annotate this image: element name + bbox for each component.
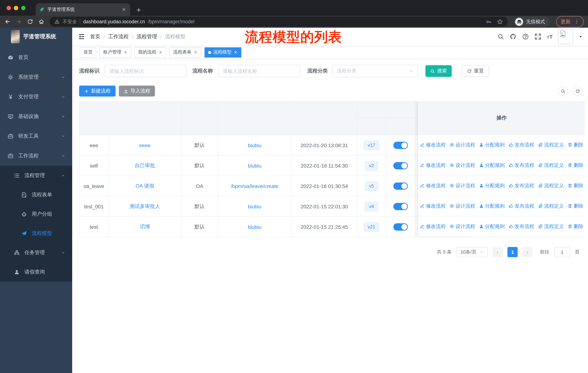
sidebar-item-system[interactable]: 系统管理 xyxy=(0,67,72,87)
minimize-window-button[interactable] xyxy=(14,6,18,10)
forward-icon[interactable] xyxy=(16,19,22,25)
github-icon[interactable] xyxy=(510,33,516,40)
action-link[interactable]: 删除 xyxy=(567,182,583,189)
reload-icon[interactable] xyxy=(27,19,33,25)
next-page-button[interactable]: › xyxy=(522,247,533,257)
security-warning-icon[interactable] xyxy=(54,19,60,24)
password-key-icon[interactable] xyxy=(486,19,492,25)
tab-close-icon[interactable] xyxy=(121,7,126,12)
status-toggle[interactable] xyxy=(393,223,408,230)
process-name-link[interactable]: OA 请假 xyxy=(136,183,154,189)
action-link[interactable]: 修改流程 xyxy=(420,223,446,230)
action-link[interactable]: 分配规则 xyxy=(479,162,505,169)
action-link[interactable]: 删除 xyxy=(567,162,583,169)
action-link[interactable]: 修改流程 xyxy=(420,182,446,189)
close-icon[interactable] xyxy=(158,50,163,54)
browser-update-button[interactable]: 更新 xyxy=(556,16,584,27)
action-link[interactable]: 修改流程 xyxy=(420,162,446,169)
form-info-link[interactable]: biubiu xyxy=(248,142,262,148)
home-icon[interactable] xyxy=(38,19,44,25)
breadcrumb-workflow[interactable]: 工作流程 xyxy=(108,33,129,40)
search-icon[interactable] xyxy=(497,33,504,40)
avatar[interactable] xyxy=(558,29,573,44)
action-link[interactable]: 发布流程 xyxy=(508,141,534,148)
status-toggle[interactable] xyxy=(393,182,408,190)
goto-page-input[interactable] xyxy=(554,247,570,257)
process-name-link[interactable]: 测试多审批人 xyxy=(130,203,160,210)
help-icon[interactable] xyxy=(522,33,529,40)
toggle-search-button[interactable] xyxy=(558,86,568,96)
action-link[interactable]: 设计流程 xyxy=(449,141,475,148)
action-link[interactable]: 删除 xyxy=(567,223,583,230)
search-button[interactable]: 搜索 xyxy=(425,65,452,77)
action-link[interactable]: 修改流程 xyxy=(420,203,446,209)
sidebar-item-process-mgmt[interactable]: 流程管理 xyxy=(0,166,72,185)
sidebar-item-task-mgmt[interactable]: 任务管理 xyxy=(0,243,72,262)
action-link[interactable]: 设计流程 xyxy=(449,203,475,209)
action-link[interactable]: 设计流程 xyxy=(449,223,475,230)
action-link[interactable]: 设计流程 xyxy=(449,162,475,169)
tag-process-model[interactable]: 流程模型 xyxy=(205,47,241,57)
tag-home[interactable]: 首页 xyxy=(80,47,96,57)
status-toggle[interactable] xyxy=(393,162,408,169)
font-size-icon[interactable]: TT xyxy=(547,33,553,40)
browser-menu-icon[interactable] xyxy=(574,19,579,24)
sidebar-item-leave-query[interactable]: 请假查询 xyxy=(0,262,72,282)
close-icon[interactable] xyxy=(124,50,128,54)
action-link[interactable]: 流程定义 xyxy=(538,141,564,148)
process-name-link[interactable]: 自己审批 xyxy=(135,162,155,169)
action-link[interactable]: 流程定义 xyxy=(538,203,564,209)
current-page[interactable]: 1 xyxy=(507,247,518,257)
action-link[interactable]: 流程定义 xyxy=(538,182,564,189)
sidebar-item-payment[interactable]: 支付管理 xyxy=(0,87,72,107)
page-size-select[interactable]: 10条/页 xyxy=(456,247,488,257)
action-link[interactable]: 设计流程 xyxy=(449,182,475,189)
reset-button[interactable]: 重置 xyxy=(462,65,489,77)
process-id-input[interactable] xyxy=(105,65,186,77)
new-tab-button[interactable] xyxy=(136,7,141,13)
sidebar-item-user-group[interactable]: 用户分组 xyxy=(0,204,72,224)
new-process-button[interactable]: 新建流程 xyxy=(79,86,116,97)
action-link[interactable]: 删除 xyxy=(567,203,583,209)
sidebar-item-devtools[interactable]: 研发工具 xyxy=(0,126,72,146)
tag-tenant-mgmt[interactable]: 租户管理 xyxy=(100,47,131,57)
close-window-button[interactable] xyxy=(7,6,11,10)
action-link[interactable]: 发布流程 xyxy=(508,162,534,169)
back-icon[interactable] xyxy=(4,19,10,25)
fullscreen-icon[interactable] xyxy=(535,33,541,40)
process-name-link[interactable]: eeee xyxy=(139,142,151,148)
sidebar-item-workflow[interactable]: 工作流程 xyxy=(0,146,72,166)
breadcrumb-home[interactable]: 首页 xyxy=(90,33,100,40)
refresh-table-button[interactable] xyxy=(573,86,583,96)
process-name-input[interactable] xyxy=(218,65,300,77)
import-process-button[interactable]: 导入流程 xyxy=(119,86,155,97)
action-link[interactable]: 发布流程 xyxy=(508,203,534,209)
tag-process-form[interactable]: 流程表单 xyxy=(169,47,201,57)
process-name-link[interactable]: 滔博 xyxy=(140,223,150,230)
action-link[interactable]: 删除 xyxy=(567,141,583,148)
close-icon[interactable] xyxy=(194,50,198,54)
action-link[interactable]: 分配规则 xyxy=(479,182,505,189)
bookmark-star-icon[interactable] xyxy=(497,19,503,25)
action-link[interactable]: 流程定义 xyxy=(538,223,564,230)
action-link[interactable]: 发布流程 xyxy=(508,223,534,230)
user-menu-caret-icon[interactable] xyxy=(578,35,583,39)
zoom-window-button[interactable] xyxy=(21,6,26,10)
process-category-select[interactable]: 流程分类 xyxy=(332,65,418,77)
action-link[interactable]: 分配规则 xyxy=(479,203,505,209)
url-bar[interactable]: 不安全 dashboard.yudao.iocoder.cn/bpm/manag… xyxy=(50,17,508,27)
prev-page-button[interactable]: ‹ xyxy=(493,247,503,257)
form-info-link[interactable]: /bpm/oa/leave/create xyxy=(231,183,279,189)
status-toggle[interactable] xyxy=(393,141,408,149)
sidebar-item-process-form[interactable]: 流程表单 xyxy=(0,185,72,204)
sidebar-fold-icon[interactable] xyxy=(78,33,85,40)
browser-tab[interactable]: 芋道管理系统 xyxy=(36,3,130,16)
sidebar-item-home[interactable]: 首页 xyxy=(0,48,72,67)
action-link[interactable]: 分配规则 xyxy=(479,141,505,148)
action-link[interactable]: 发布流程 xyxy=(508,182,534,189)
action-link[interactable]: 分配规则 xyxy=(479,223,505,230)
breadcrumb-process-mgmt[interactable]: 流程管理 xyxy=(137,33,157,40)
sidebar-item-infra[interactable]: 基础设施 xyxy=(0,107,72,126)
action-link[interactable]: 流程定义 xyxy=(538,162,564,169)
tag-my-process[interactable]: 我的流程 xyxy=(135,47,166,57)
